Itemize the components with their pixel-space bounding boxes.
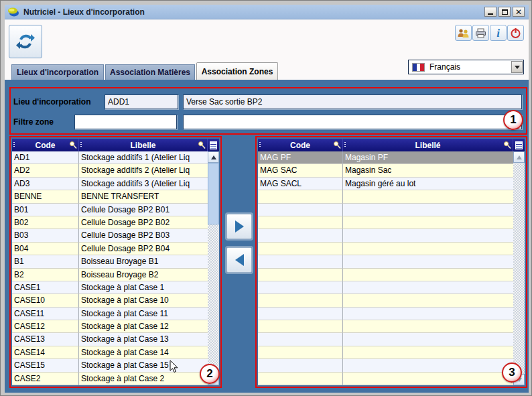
cell-code: B04	[12, 243, 79, 255]
cell-code	[258, 255, 343, 268]
header-code[interactable]: Code	[12, 139, 79, 151]
vertical-scrollbar[interactable]	[513, 151, 525, 385]
table-row[interactable]: B02Cellule Dosage BP2 B02	[12, 216, 208, 229]
table-row[interactable]	[258, 320, 513, 333]
minimize-button[interactable]	[484, 7, 496, 17]
search-icon[interactable]	[69, 141, 77, 149]
table-row[interactable]: BENNEBENNE TRANSFERT	[12, 190, 208, 203]
cell-libelle: Stockage à plat Case 11	[79, 308, 208, 320]
filtre-libelle-input[interactable]	[183, 115, 522, 129]
header-options[interactable]	[208, 139, 219, 151]
users-icon	[457, 28, 470, 38]
table-row[interactable]: MAG SACLMagasin géré au lot	[258, 178, 513, 190]
exit-button[interactable]	[507, 25, 524, 41]
table-row[interactable]: MAG PFMagasin PF	[258, 151, 513, 164]
move-left-button[interactable]	[226, 247, 252, 273]
table-row[interactable]: AD1Stockage additifs 1 (Atelier Liq	[12, 151, 208, 164]
cell-libelle: Magasin Sac	[343, 164, 513, 177]
table-row[interactable]: AD2Stockage additifs 2 (Atelier Liq	[12, 164, 208, 177]
header-options[interactable]	[513, 139, 525, 151]
cell-code: CASE2	[12, 373, 79, 385]
header-label: Libelle	[130, 141, 155, 150]
table-row[interactable]	[258, 333, 513, 346]
cell-libelle: Cellule Dosage BP2 B02	[79, 216, 208, 229]
lieu-code-field[interactable]	[105, 94, 178, 109]
cell-code: CASE11	[12, 308, 79, 320]
move-right-button[interactable]	[226, 214, 252, 239]
tab-association-zones[interactable]: Association Zones	[196, 62, 278, 80]
cell-libelle: Stockage à plat Case 10	[79, 294, 208, 307]
annotation-badge-1: 1	[503, 110, 523, 130]
scrollbar-thumb[interactable]	[208, 163, 219, 224]
arrow-up-icon	[517, 155, 522, 159]
vertical-scrollbar[interactable]	[208, 151, 219, 385]
filtre-code-input[interactable]	[74, 115, 177, 129]
header-libelle[interactable]: Libelle	[79, 139, 208, 151]
cell-code	[258, 243, 343, 255]
users-button[interactable]	[455, 25, 472, 41]
table-row[interactable]	[258, 190, 513, 203]
titlebar[interactable]: Nutriciel - Lieux d'incorporation ✕	[5, 5, 529, 19]
print-button[interactable]	[472, 25, 489, 41]
table-row[interactable]: B04Cellule Dosage BP2 B04	[12, 243, 208, 255]
table-row[interactable]	[258, 346, 513, 359]
scroll-up-button[interactable]	[513, 151, 525, 163]
cell-code	[258, 281, 343, 294]
table-row[interactable]	[258, 204, 513, 216]
table-row[interactable]	[258, 255, 513, 268]
table-row[interactable]	[258, 294, 513, 307]
cell-libelle	[343, 204, 513, 216]
arrow-right-icon	[235, 220, 244, 233]
scroll-up-button[interactable]	[208, 151, 219, 163]
table-row[interactable]	[258, 229, 513, 242]
cell-code	[258, 308, 343, 320]
table-rows: AD1Stockage additifs 1 (Atelier LiqAD2St…	[12, 151, 208, 385]
header-libelle[interactable]: Libellé	[343, 139, 513, 151]
table-row[interactable]	[258, 269, 513, 281]
scrollbar-track[interactable]	[513, 163, 525, 374]
column-options-icon	[210, 141, 217, 149]
close-button[interactable]: ✕	[513, 7, 525, 17]
cell-code: B2	[12, 269, 79, 281]
cell-libelle	[343, 346, 513, 359]
table-row[interactable]: CASE10Stockage à plat Case 10	[12, 294, 208, 307]
search-icon[interactable]	[198, 141, 206, 149]
search-icon[interactable]	[333, 141, 341, 149]
table-row[interactable]	[258, 308, 513, 320]
table-row[interactable]: B2Boisseau Broyage B2	[12, 269, 208, 281]
table-row[interactable]	[258, 359, 513, 372]
cell-libelle	[343, 216, 513, 229]
table-row[interactable]	[258, 216, 513, 229]
table-header: Code Libellé	[258, 139, 525, 151]
lieu-incorporation-label: Lieu d'incorporation	[13, 97, 91, 107]
table-row[interactable]: MAG SACMagasin Sac	[258, 164, 513, 177]
table-row[interactable]	[258, 373, 513, 385]
window-inner: Nutriciel - Lieux d'incorporation ✕	[5, 5, 529, 393]
cell-libelle: Boisseau Broyage B2	[79, 269, 208, 281]
search-icon[interactable]	[503, 141, 511, 149]
table-row[interactable]: CASE2Stockage à plat Case 2	[12, 373, 208, 385]
refresh-button[interactable]	[9, 25, 42, 58]
table-row[interactable]: B01Cellule Dosage BP2 B01	[12, 204, 208, 216]
lieu-libelle-field[interactable]	[183, 94, 522, 109]
scrollbar-track[interactable]	[208, 163, 219, 374]
table-row[interactable]: AD3Stockage additifs 3 (Atelier Liq	[12, 178, 208, 190]
table-row[interactable]: B03Cellule Dosage BP2 B03	[12, 229, 208, 242]
tab-association-matieres[interactable]: Association Matières	[105, 64, 195, 80]
tab-lieux-incorporation[interactable]: Lieux d'incorporation	[11, 64, 104, 80]
cell-libelle: Stockage à plat Case 13	[79, 333, 208, 346]
cell-code	[258, 346, 343, 359]
table-row[interactable]	[258, 281, 513, 294]
arrow-up-icon	[211, 155, 216, 159]
table-row[interactable]: CASE12Stockage à plat Case 12	[12, 320, 208, 333]
table-row[interactable]: B1Boisseau Broyage B1	[12, 255, 208, 268]
table-row[interactable]: CASE1Stockage à plat Case 1	[12, 281, 208, 294]
maximize-button[interactable]	[498, 7, 511, 17]
info-button[interactable]: i	[490, 25, 507, 41]
cell-code	[258, 190, 343, 203]
table-row[interactable]: CASE14Stockage à plat Case 14	[12, 346, 208, 359]
table-row[interactable]	[258, 243, 513, 255]
table-row[interactable]: CASE13Stockage à plat Case 13	[12, 333, 208, 346]
header-code[interactable]: Code	[258, 139, 343, 151]
table-row[interactable]: CASE11Stockage à plat Case 11	[12, 308, 208, 320]
